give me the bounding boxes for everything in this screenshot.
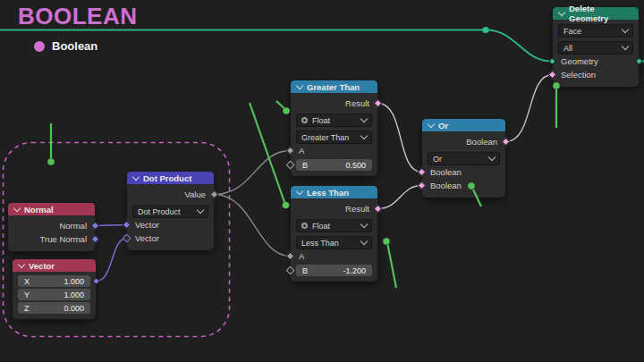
- operation-dropdown[interactable]: Less Than: [296, 236, 372, 249]
- field-label: X: [24, 277, 30, 286]
- b-value-field[interactable]: B -1.200: [296, 265, 372, 276]
- output-label: Result: [345, 98, 369, 108]
- data-type-dropdown[interactable]: Float: [296, 114, 372, 127]
- node-header[interactable]: Less Than: [291, 186, 377, 198]
- float-type-icon: [301, 223, 308, 229]
- node-title: Greater Than: [307, 82, 360, 92]
- collapse-chevron-icon[interactable]: [296, 81, 303, 88]
- dropdown-value: Float: [312, 222, 361, 231]
- input-row: Vector: [127, 218, 214, 232]
- annotation-dot: [553, 82, 560, 89]
- domain-dropdown[interactable]: Face: [558, 24, 633, 38]
- dropdown-value: Greater Than: [301, 133, 361, 142]
- node-or[interactable]: Or Boolean Or Boolean Boolean: [422, 119, 505, 198]
- node-greater-than[interactable]: Greater Than Result Float Greater Than A…: [291, 80, 377, 176]
- output-row: Boolean: [422, 135, 505, 148]
- vector-z-field[interactable]: Z 0.000: [18, 302, 90, 314]
- chevron-down-icon: [622, 43, 629, 50]
- output-row: Result: [291, 97, 377, 110]
- node-normal[interactable]: Normal Normal True Normal: [8, 203, 95, 251]
- field-label: Y: [24, 290, 30, 299]
- node-header[interactable]: Greater Than: [291, 80, 377, 93]
- annotation-dot: [283, 107, 290, 114]
- node-header[interactable]: Delete Geometry: [553, 7, 639, 20]
- dropdown-value: All: [564, 44, 623, 53]
- field-label: B: [302, 266, 308, 275]
- node-dot-product[interactable]: Dot Product Value Dot Product Vector Vec…: [127, 172, 214, 250]
- wire-reroute-dot[interactable]: [482, 27, 488, 33]
- annotation-dot: [283, 202, 290, 209]
- collapse-chevron-icon[interactable]: [132, 173, 140, 180]
- field-label: Z: [24, 304, 30, 313]
- vector-y-field[interactable]: Y 1.000: [18, 289, 90, 300]
- node-less-than[interactable]: Less Than Result Float Less Than A B -1.…: [291, 186, 377, 282]
- collapse-chevron-icon[interactable]: [18, 260, 25, 267]
- node-title: Normal: [24, 205, 54, 215]
- wire-dotproduct-to-lessthan[interactable]: [215, 195, 291, 257]
- input-row: Selection: [553, 68, 639, 81]
- socket-vector-output[interactable]: [93, 278, 99, 284]
- annotation-line: [276, 101, 284, 108]
- input-row: A: [291, 249, 377, 263]
- node-vector[interactable]: Vector X 1.000 Y 1.000 Z 0.000: [13, 259, 96, 319]
- socket-geometry-input[interactable]: [549, 58, 555, 64]
- dropdown-value: Or: [433, 155, 489, 164]
- wire-or-to-deletegeometry[interactable]: [506, 75, 553, 142]
- input-label: Boolean: [430, 181, 462, 190]
- input-row: Boolean: [422, 179, 505, 192]
- node-header[interactable]: Normal: [8, 203, 95, 215]
- annotation-layer: [0, 0, 644, 362]
- operation-dropdown[interactable]: Dot Product: [132, 205, 208, 218]
- float-type-icon: [301, 117, 308, 123]
- node-header[interactable]: Or: [422, 119, 505, 131]
- dropdown-value: Dot Product: [138, 207, 198, 216]
- input-label: Vector: [135, 233, 159, 243]
- vector-x-field[interactable]: X 1.000: [18, 275, 90, 287]
- annotation-dot: [468, 182, 475, 189]
- annotation-line: [388, 245, 397, 288]
- chevron-down-icon: [360, 115, 368, 122]
- input-label: A: [299, 251, 304, 261]
- operation-dropdown[interactable]: Or: [428, 152, 500, 165]
- node-editor-canvas[interactable]: BOOLEAN Boolean Normal Normal True Norma…: [0, 0, 644, 362]
- dropdown-value: Face: [564, 27, 623, 36]
- node-title: Dot Product: [143, 173, 191, 183]
- wire-lessthan-to-or[interactable]: [378, 186, 422, 209]
- chevron-down-icon: [622, 26, 629, 33]
- field-value: 0.000: [64, 304, 84, 313]
- node-delete-geometry[interactable]: Delete Geometry Face All Geometry Select…: [553, 7, 639, 87]
- field-value: 1.000: [64, 277, 84, 286]
- collapse-chevron-icon[interactable]: [13, 204, 21, 211]
- node-title: Or: [438, 121, 448, 130]
- b-value-field[interactable]: B 0.500: [296, 159, 372, 171]
- wire-greaterthan-to-or[interactable]: [378, 104, 422, 173]
- chevron-down-icon: [360, 238, 368, 245]
- input-label: Boolean: [430, 167, 462, 177]
- collapse-chevron-icon[interactable]: [558, 8, 565, 15]
- input-row: Boolean: [422, 165, 505, 179]
- node-title: Less Than: [307, 188, 349, 198]
- collapse-chevron-icon[interactable]: [296, 187, 303, 194]
- legend-label: Boolean: [52, 39, 97, 53]
- dropdown-value: Less Than: [301, 239, 361, 248]
- field-value: 1.000: [64, 290, 84, 299]
- output-label: Normal: [59, 221, 87, 231]
- field-label: B: [302, 161, 308, 170]
- wire-vector-to-dotproduct[interactable]: [97, 239, 127, 282]
- node-title: Vector: [29, 261, 55, 271]
- data-type-dropdown[interactable]: Float: [296, 219, 372, 232]
- wire-layer: [0, 0, 644, 362]
- socket-geometry-output[interactable]: [636, 58, 642, 64]
- annotation-dot: [47, 158, 55, 165]
- operation-dropdown[interactable]: Greater Than: [296, 130, 372, 144]
- input-label: A: [299, 146, 304, 156]
- mode-dropdown[interactable]: All: [558, 41, 633, 55]
- input-row: A: [291, 144, 377, 157]
- legend: Boolean: [34, 39, 97, 53]
- output-row: Result: [291, 202, 377, 215]
- node-header[interactable]: Dot Product: [127, 172, 214, 184]
- dropdown-value: Float: [312, 116, 361, 125]
- collapse-chevron-icon[interactable]: [428, 120, 435, 127]
- node-header[interactable]: Vector: [13, 259, 96, 272]
- input-row: Geometry: [553, 55, 639, 68]
